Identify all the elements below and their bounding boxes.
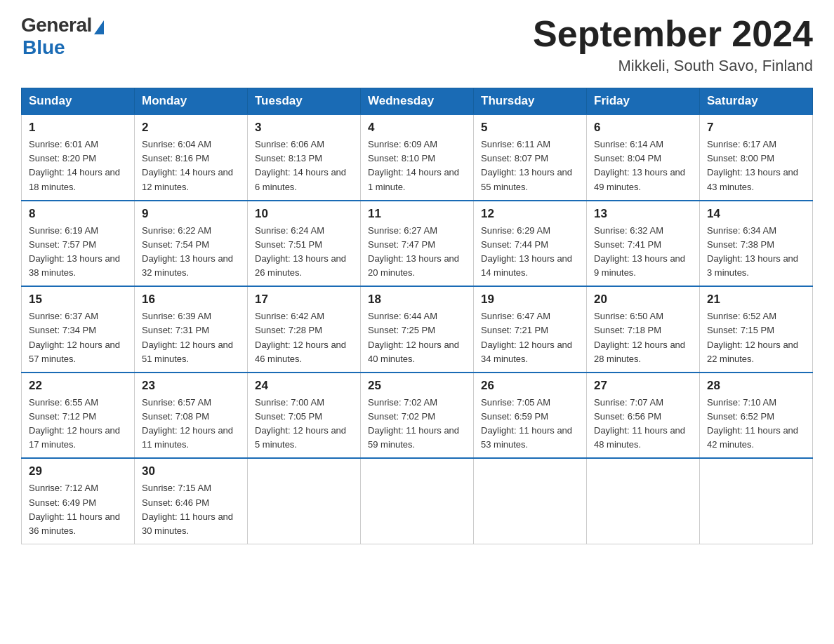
day-info: Sunrise: 6:19 AM Sunset: 7:57 PM Dayligh… [29,224,127,281]
calendar-week-row: 15 Sunrise: 6:37 AM Sunset: 7:34 PM Dayl… [22,286,813,373]
day-number: 23 [142,379,240,393]
day-info: Sunrise: 6:29 AM Sunset: 7:44 PM Dayligh… [481,224,579,281]
calendar-cell: 7 Sunrise: 6:17 AM Sunset: 8:00 PM Dayli… [700,114,813,201]
calendar-cell: 10 Sunrise: 6:24 AM Sunset: 7:51 PM Dayl… [248,201,361,287]
calendar-cell: 19 Sunrise: 6:47 AM Sunset: 7:21 PM Dayl… [474,286,587,373]
day-info: Sunrise: 6:39 AM Sunset: 7:31 PM Dayligh… [142,309,240,366]
calendar-cell: 1 Sunrise: 6:01 AM Sunset: 8:20 PM Dayli… [22,114,135,201]
calendar-cell: 28 Sunrise: 7:10 AM Sunset: 6:52 PM Dayl… [700,373,813,459]
day-number: 17 [255,293,353,307]
day-number: 14 [707,207,805,221]
day-info: Sunrise: 6:09 AM Sunset: 8:10 PM Dayligh… [368,137,466,194]
day-info: Sunrise: 7:07 AM Sunset: 6:56 PM Dayligh… [594,396,692,452]
calendar-cell: 25 Sunrise: 7:02 AM Sunset: 7:02 PM Dayl… [361,373,474,459]
calendar-cell: 23 Sunrise: 6:57 AM Sunset: 7:08 PM Dayl… [135,373,248,459]
logo: General Blue [21,14,104,59]
calendar-header-row: SundayMondayTuesdayWednesdayThursdayFrid… [22,88,813,115]
day-number: 15 [29,293,127,307]
day-info: Sunrise: 6:44 AM Sunset: 7:25 PM Dayligh… [368,309,466,366]
day-number: 9 [142,207,240,221]
logo-blue-text: Blue [22,36,65,59]
calendar-header-tuesday: Tuesday [248,88,361,115]
day-number: 11 [368,207,466,221]
calendar-cell: 26 Sunrise: 7:05 AM Sunset: 6:59 PM Dayl… [474,373,587,459]
day-info: Sunrise: 6:06 AM Sunset: 8:13 PM Dayligh… [255,137,353,194]
calendar-cell [361,458,474,544]
calendar-header-thursday: Thursday [474,88,587,115]
day-number: 24 [255,379,353,393]
calendar-cell: 27 Sunrise: 7:07 AM Sunset: 6:56 PM Dayl… [587,373,700,459]
calendar-header-sunday: Sunday [22,88,135,115]
calendar-cell: 24 Sunrise: 7:00 AM Sunset: 7:05 PM Dayl… [248,373,361,459]
day-info: Sunrise: 6:32 AM Sunset: 7:41 PM Dayligh… [594,224,692,281]
calendar-cell [587,458,700,544]
day-number: 10 [255,207,353,221]
day-number: 18 [368,293,466,307]
calendar-cell: 3 Sunrise: 6:06 AM Sunset: 8:13 PM Dayli… [248,114,361,201]
calendar-cell: 12 Sunrise: 6:29 AM Sunset: 7:44 PM Dayl… [474,201,587,287]
calendar-cell: 13 Sunrise: 6:32 AM Sunset: 7:41 PM Dayl… [587,201,700,287]
day-number: 5 [481,121,579,135]
calendar-table: SundayMondayTuesdayWednesdayThursdayFrid… [21,88,813,544]
day-number: 19 [481,293,579,307]
day-info: Sunrise: 6:57 AM Sunset: 7:08 PM Dayligh… [142,396,240,452]
calendar-cell: 29 Sunrise: 7:12 AM Sunset: 6:49 PM Dayl… [22,458,135,544]
calendar-cell: 21 Sunrise: 6:52 AM Sunset: 7:15 PM Dayl… [700,286,813,373]
day-number: 4 [368,121,466,135]
day-number: 13 [594,207,692,221]
logo-general-text: General [21,14,92,36]
calendar-cell: 8 Sunrise: 6:19 AM Sunset: 7:57 PM Dayli… [22,201,135,287]
calendar-cell: 30 Sunrise: 7:15 AM Sunset: 6:46 PM Dayl… [135,458,248,544]
day-number: 6 [594,121,692,135]
day-number: 3 [255,121,353,135]
day-info: Sunrise: 6:52 AM Sunset: 7:15 PM Dayligh… [707,309,805,366]
calendar-cell: 4 Sunrise: 6:09 AM Sunset: 8:10 PM Dayli… [361,114,474,201]
day-number: 12 [481,207,579,221]
day-info: Sunrise: 7:10 AM Sunset: 6:52 PM Dayligh… [707,396,805,452]
calendar-cell: 20 Sunrise: 6:50 AM Sunset: 7:18 PM Dayl… [587,286,700,373]
day-info: Sunrise: 6:01 AM Sunset: 8:20 PM Dayligh… [29,137,127,194]
day-info: Sunrise: 6:47 AM Sunset: 7:21 PM Dayligh… [481,309,579,366]
calendar-cell [474,458,587,544]
day-info: Sunrise: 7:12 AM Sunset: 6:49 PM Dayligh… [29,481,127,538]
day-info: Sunrise: 6:11 AM Sunset: 8:07 PM Dayligh… [481,137,579,194]
day-number: 25 [368,379,466,393]
day-info: Sunrise: 6:42 AM Sunset: 7:28 PM Dayligh… [255,309,353,366]
day-info: Sunrise: 6:14 AM Sunset: 8:04 PM Dayligh… [594,137,692,194]
calendar-cell: 14 Sunrise: 6:34 AM Sunset: 7:38 PM Dayl… [700,201,813,287]
day-info: Sunrise: 6:34 AM Sunset: 7:38 PM Dayligh… [707,224,805,281]
day-number: 8 [29,207,127,221]
calendar-cell [248,458,361,544]
day-number: 2 [142,121,240,135]
day-number: 26 [481,379,579,393]
day-info: Sunrise: 6:17 AM Sunset: 8:00 PM Dayligh… [707,137,805,194]
calendar-week-row: 22 Sunrise: 6:55 AM Sunset: 7:12 PM Dayl… [22,373,813,459]
location-title: Mikkeli, South Savo, Finland [533,57,813,75]
day-info: Sunrise: 7:15 AM Sunset: 6:46 PM Dayligh… [142,481,240,538]
calendar-header-monday: Monday [135,88,248,115]
day-info: Sunrise: 7:02 AM Sunset: 7:02 PM Dayligh… [368,396,466,452]
calendar-week-row: 1 Sunrise: 6:01 AM Sunset: 8:20 PM Dayli… [22,114,813,201]
calendar-week-row: 29 Sunrise: 7:12 AM Sunset: 6:49 PM Dayl… [22,458,813,544]
day-info: Sunrise: 6:24 AM Sunset: 7:51 PM Dayligh… [255,224,353,281]
calendar-cell: 17 Sunrise: 6:42 AM Sunset: 7:28 PM Dayl… [248,286,361,373]
day-info: Sunrise: 6:04 AM Sunset: 8:16 PM Dayligh… [142,137,240,194]
month-title: September 2024 [533,14,813,54]
calendar-cell: 2 Sunrise: 6:04 AM Sunset: 8:16 PM Dayli… [135,114,248,201]
day-info: Sunrise: 7:00 AM Sunset: 7:05 PM Dayligh… [255,396,353,452]
calendar-cell: 22 Sunrise: 6:55 AM Sunset: 7:12 PM Dayl… [22,373,135,459]
calendar-header-saturday: Saturday [700,88,813,115]
day-info: Sunrise: 6:50 AM Sunset: 7:18 PM Dayligh… [594,309,692,366]
day-info: Sunrise: 6:37 AM Sunset: 7:34 PM Dayligh… [29,309,127,366]
page-header: General Blue September 2024 Mikkeli, Sou… [21,14,813,75]
day-info: Sunrise: 6:22 AM Sunset: 7:54 PM Dayligh… [142,224,240,281]
day-number: 16 [142,293,240,307]
day-info: Sunrise: 6:55 AM Sunset: 7:12 PM Dayligh… [29,396,127,452]
calendar-cell [700,458,813,544]
calendar-cell: 6 Sunrise: 6:14 AM Sunset: 8:04 PM Dayli… [587,114,700,201]
day-number: 28 [707,379,805,393]
day-number: 22 [29,379,127,393]
logo-triangle-icon [94,20,104,34]
day-number: 27 [594,379,692,393]
calendar-cell: 18 Sunrise: 6:44 AM Sunset: 7:25 PM Dayl… [361,286,474,373]
